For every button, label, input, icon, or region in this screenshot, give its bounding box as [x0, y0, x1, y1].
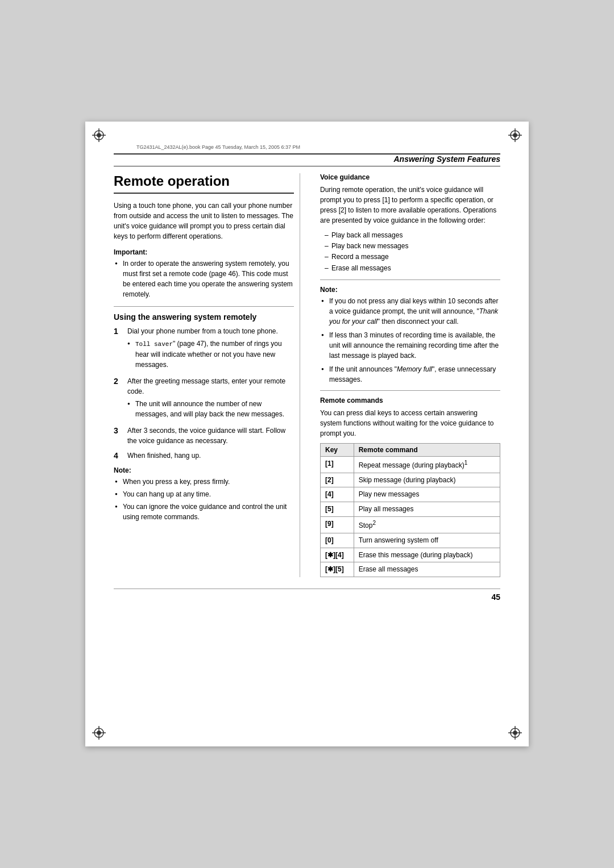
- step-4: 4 When finished, hang up.: [114, 450, 294, 462]
- remote-commands-table: Key Remote command [1]Repeat message (du…: [320, 443, 500, 577]
- list-item: If less than 3 minutes of recording time…: [320, 330, 500, 361]
- table-cell-key: [✱][5]: [321, 562, 354, 577]
- step-3-content: After 3 seconds, the voice guidance will…: [127, 425, 294, 446]
- corner-mark-tl: [92, 128, 106, 142]
- step-2-text: After the greeting message starts, enter…: [127, 377, 285, 395]
- table-row: [9]Stop2: [321, 516, 500, 533]
- table-cell-key: [0]: [321, 533, 354, 548]
- step-3-text: After 3 seconds, the voice guidance will…: [127, 427, 285, 445]
- col-header-command: Remote command: [354, 443, 500, 456]
- right-column: Voice guidance During remote operation, …: [317, 173, 500, 577]
- remote-commands-label: Remote commands: [320, 397, 500, 404]
- step-2-sub: The unit will announce the number of new…: [127, 399, 294, 419]
- table-row: [2]Skip message (during playback): [321, 473, 500, 487]
- list-item: When you press a key, press firmly.: [114, 477, 294, 487]
- right-divider-2: [320, 390, 500, 391]
- table-row: [4]Play new messages: [321, 487, 500, 502]
- table-cell-key: [2]: [321, 473, 354, 487]
- note-section: Note: When you press a key, press firmly…: [114, 466, 294, 522]
- right-divider-1: [320, 279, 500, 280]
- step-1-sub: Toll saver" (page 47), the number of rin…: [127, 339, 294, 370]
- note-label: Note:: [114, 466, 294, 474]
- list-item: Erase all messages: [325, 263, 500, 274]
- note-list: When you press a key, press firmly. You …: [114, 477, 294, 522]
- header-meta: TG2431AL_2432AL(e).book Page 45 Tuesday,…: [114, 144, 500, 150]
- list-item: Record a message: [325, 252, 500, 262]
- step-1-num: 1: [114, 326, 123, 372]
- page-title: Remote operation: [114, 173, 294, 194]
- table-row: [5]Play all messages: [321, 502, 500, 517]
- list-item: You can ignore the voice guidance and co…: [114, 502, 294, 522]
- right-note-label: Note:: [320, 286, 500, 294]
- step-2-num: 2: [114, 375, 123, 421]
- intro-text: Using a touch tone phone, you can call y…: [114, 201, 294, 241]
- left-column: Remote operation Using a touch tone phon…: [114, 173, 300, 577]
- list-item: Play back all messages: [325, 230, 500, 241]
- list-item: Toll saver" (page 47), the number of rin…: [127, 339, 294, 370]
- table-row: [0]Turn answering system off: [321, 533, 500, 548]
- step-4-content: When finished, hang up.: [127, 450, 201, 462]
- list-item: The unit will announce the number of new…: [127, 399, 294, 419]
- step-2: 2 After the greeting message starts, ent…: [114, 376, 294, 421]
- list-item: Play back new messages: [325, 241, 500, 252]
- step-3-num: 3: [114, 425, 123, 446]
- table-cell-command: Repeat message (during playback)1: [354, 456, 500, 473]
- table-row: [1]Repeat message (during playback)1: [321, 456, 500, 473]
- step-4-num: 4: [114, 450, 123, 462]
- table-cell-key: [9]: [321, 516, 354, 533]
- step-3: 3 After 3 seconds, the voice guidance wi…: [114, 425, 294, 446]
- remote-commands-intro: You can press dial keys to access certai…: [320, 408, 500, 439]
- list-item: If the unit announces "Memory full", era…: [320, 364, 500, 385]
- table-row: [✱][5]Erase all messages: [321, 562, 500, 577]
- table-cell-key: [4]: [321, 487, 354, 502]
- voice-guidance-label: Voice guidance: [320, 173, 500, 181]
- step-1: 1 Dial your phone number from a touch to…: [114, 326, 294, 372]
- table-cell-command: Play new messages: [354, 487, 500, 502]
- corner-mark-br: [508, 726, 522, 740]
- two-column-layout: Remote operation Using a touch tone phon…: [114, 173, 500, 577]
- subsection-title: Using the answering system remotely: [114, 312, 294, 322]
- table-cell-key: [✱][4]: [321, 548, 354, 562]
- table-row: [✱][4]Erase this message (during playbac…: [321, 548, 500, 562]
- table-cell-key: [5]: [321, 502, 354, 517]
- table-header-row: Key Remote command: [321, 443, 500, 456]
- table-cell-command: Turn answering system off: [354, 533, 500, 548]
- step-4-text: When finished, hang up.: [127, 452, 201, 460]
- important-list: In order to operate the answering system…: [114, 258, 294, 299]
- table-cell-command: Erase all messages: [354, 562, 500, 577]
- list-item: You can hang up at any time.: [114, 489, 294, 499]
- table-cell-key: [1]: [321, 456, 354, 473]
- divider: [114, 306, 294, 307]
- right-note-list: If you do not press any dial keys within…: [320, 296, 500, 385]
- voice-guidance-list: Play back all messages Play back new mes…: [325, 230, 500, 274]
- table-cell-command: Skip message (during playback): [354, 473, 500, 487]
- corner-mark-tr: [508, 128, 522, 142]
- page-number: 45: [491, 592, 500, 602]
- list-item: If you do not press any dial keys within…: [320, 296, 500, 327]
- col-header-key: Key: [321, 443, 354, 456]
- step-1-content: Dial your phone number from a touch tone…: [127, 326, 294, 372]
- list-item: In order to operate the answering system…: [114, 258, 294, 299]
- section-header-title: Answering System Features: [393, 155, 500, 164]
- corner-mark-bl: [92, 726, 106, 740]
- table-cell-command: Erase this message (during playback): [354, 548, 500, 562]
- page-footer: 45: [114, 589, 500, 602]
- section-header: Answering System Features: [114, 155, 500, 166]
- table-cell-command: Stop2: [354, 516, 500, 533]
- step-2-content: After the greeting message starts, enter…: [127, 376, 294, 421]
- voice-guidance-text: During remote operation, the unit's voic…: [320, 185, 500, 226]
- step-1-text: Dial your phone number from a touch tone…: [127, 327, 278, 335]
- table-cell-command: Play all messages: [354, 502, 500, 517]
- important-label: Important:: [114, 248, 294, 256]
